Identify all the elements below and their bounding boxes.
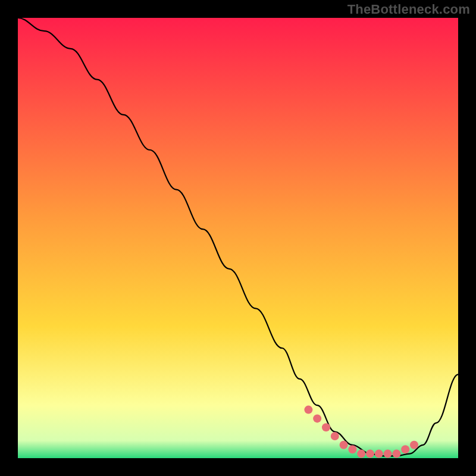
highlight-marker — [322, 423, 330, 431]
highlight-marker — [304, 406, 312, 414]
chart-container: TheBottleneck.com — [0, 0, 476, 476]
highlight-marker — [384, 450, 392, 458]
highlight-marker — [357, 450, 365, 458]
highlight-marker — [348, 445, 356, 453]
plot-background — [18, 18, 458, 458]
highlight-marker — [313, 414, 321, 422]
highlight-marker — [410, 441, 418, 449]
highlight-marker — [331, 432, 339, 440]
highlight-marker — [340, 441, 348, 449]
highlight-marker — [392, 450, 400, 458]
bottleneck-chart — [0, 0, 476, 476]
highlight-marker — [375, 450, 383, 458]
highlight-marker — [401, 445, 409, 453]
highlight-marker — [366, 450, 374, 458]
watermark-text: TheBottleneck.com — [347, 2, 470, 17]
